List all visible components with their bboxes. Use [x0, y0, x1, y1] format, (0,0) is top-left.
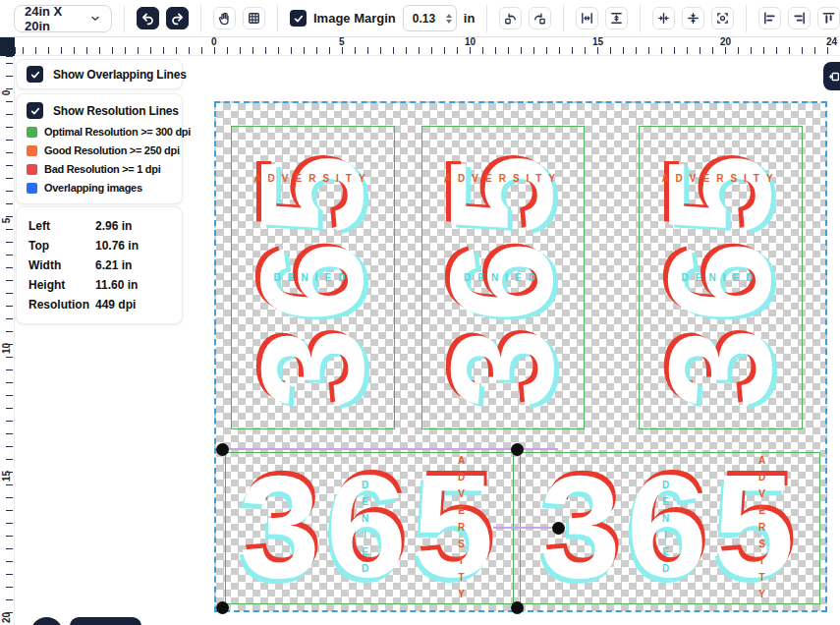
- ruler-label: 5: [339, 36, 345, 47]
- align-right-icon: [792, 11, 807, 26]
- ruler-label: 20: [720, 36, 731, 47]
- horizontal-spacing-icon: [580, 11, 594, 26]
- good-resolution-swatch: [27, 145, 37, 156]
- design-artwork: 365 DENIED ADVERSITY: [523, 453, 817, 605]
- gang-sheet-builder: 24in X 20in Image Margin: [0, 0, 840, 625]
- show-resolution-lines-label: Show Resolution Lines: [53, 104, 179, 118]
- good-resolution-label: Good Resolution >= 250 dpi: [44, 144, 180, 156]
- horizontal-ruler-ticks: [15, 47, 840, 54]
- bad-resolution-label: Bad Resolution >= 1 dpi: [44, 163, 160, 175]
- rotate-cw-icon: [532, 11, 547, 26]
- toolbar-divider: [486, 5, 487, 32]
- image-margin-input[interactable]: [413, 12, 442, 26]
- ruler-label: 10: [465, 36, 476, 47]
- design-image[interactable]: 365 DENIED ADVERSITY: [520, 452, 820, 604]
- collapse-panel-button[interactable]: [823, 62, 840, 90]
- sheet-size-dropdown[interactable]: 24in X 20in: [14, 5, 112, 32]
- ruler-label: 10: [1, 342, 12, 356]
- info-width-value: 6.21 in: [95, 258, 132, 272]
- info-top-label: Top: [28, 239, 95, 253]
- rotate-cw-button[interactable]: [529, 7, 551, 29]
- overlap-line: [222, 448, 558, 450]
- align-right-button[interactable]: [788, 7, 811, 29]
- gang-sheet[interactable]: 365 ADVERSITY DENIED 365 ADVERSITY DENIE…: [214, 101, 827, 612]
- space-horizontally-button[interactable]: [576, 7, 598, 29]
- selection-handle-top-left[interactable]: [216, 443, 229, 456]
- design-word-denied: DENIED: [640, 272, 802, 283]
- ruler-label: 15: [1, 470, 12, 483]
- design-word-adversity: ADVERSITY: [232, 173, 394, 184]
- unit-label: in: [464, 11, 476, 26]
- info-left-label: Left: [28, 219, 95, 233]
- bad-resolution-swatch: [27, 164, 37, 175]
- toolbar-divider: [200, 5, 201, 32]
- image-margin-input-wrap: [403, 5, 457, 31]
- overlapping-lines-card: Show Overlapping Lines: [16, 59, 183, 89]
- design-word-adversity: ADVERSITY: [640, 173, 802, 184]
- toolbar-divider: [746, 5, 747, 32]
- chevron-down-icon: [89, 13, 101, 25]
- resolution-lines-card: Show Resolution Lines Optimal Resolution…: [16, 93, 183, 204]
- image-margin-label: Image Margin: [313, 11, 396, 26]
- align-left-button[interactable]: [758, 7, 781, 29]
- redo-button[interactable]: [166, 7, 189, 29]
- design-artwork: 365 DENIED ADVERSITY: [222, 453, 517, 605]
- ruler-label: 0: [1, 86, 12, 100]
- ruler-label: 5: [1, 214, 12, 228]
- pan-tool-button[interactable]: [213, 7, 236, 29]
- selection-info-card: Left 2.96 in Top 10.76 in Width 6.21 in …: [16, 206, 183, 324]
- selection-handle-mid[interactable]: [552, 522, 565, 535]
- panel-collapse-icon: [827, 70, 840, 84]
- vertical-spacing-icon: [609, 11, 624, 26]
- center-vertical-button[interactable]: [682, 7, 704, 29]
- check-icon: [293, 13, 305, 25]
- check-icon: [29, 69, 41, 81]
- ruler-label: 20: [1, 611, 12, 625]
- optimal-resolution-swatch: [27, 127, 37, 138]
- design-image[interactable]: 365 ADVERSITY DENIED: [421, 126, 585, 429]
- show-overlapping-lines-checkbox[interactable]: [27, 66, 43, 83]
- toolbar-divider: [563, 5, 564, 32]
- image-margin-checkbox[interactable]: [290, 10, 307, 27]
- design-word-denied: DENIED: [660, 478, 671, 581]
- focus-center-icon: [715, 11, 730, 26]
- rotate-ccw-button[interactable]: [499, 7, 522, 29]
- info-top-value: 10.76 in: [95, 239, 139, 253]
- align-top-button[interactable]: [817, 7, 840, 29]
- grid-toggle-button[interactable]: [243, 7, 265, 29]
- center-horizontal-button[interactable]: [652, 7, 675, 29]
- design-word-denied: DENIED: [360, 478, 370, 581]
- stepper-down-icon[interactable]: [446, 20, 452, 24]
- selection-handle-top-right[interactable]: [511, 443, 524, 456]
- design-image-selected[interactable]: 365 DENIED ADVERSITY: [225, 452, 514, 604]
- info-resolution-value: 449 dpi: [95, 298, 136, 312]
- center-on-sheet-button[interactable]: [711, 7, 734, 29]
- align-left-icon: [762, 11, 777, 26]
- stepper[interactable]: [446, 14, 452, 24]
- design-image[interactable]: 365 ADVERSITY DENIED: [639, 126, 803, 429]
- redo-icon: [170, 11, 185, 26]
- info-left-value: 2.96 in: [95, 219, 132, 233]
- toolbar-divider: [124, 5, 125, 32]
- design-word-adversity: ADVERSITY: [456, 455, 467, 603]
- info-height-value: 11.60 in: [95, 278, 138, 292]
- selection-handle-bottom-left[interactable]: [216, 601, 229, 614]
- horizontal-ruler: 0 5 10 15 20 24: [15, 35, 840, 56]
- design-word-denied: DENIED: [422, 272, 584, 283]
- info-height-label: Height: [28, 278, 95, 292]
- center-vertical-icon: [686, 11, 700, 26]
- action-button[interactable]: [70, 617, 141, 625]
- toolbar-divider: [640, 5, 641, 32]
- selection-handle-bottom-right[interactable]: [511, 601, 524, 614]
- optimal-resolution-label: Optimal Resolution >= 300 dpi: [44, 126, 191, 138]
- overlapping-images-swatch: [27, 183, 37, 194]
- design-image[interactable]: 365 ADVERSITY DENIED: [231, 126, 395, 429]
- align-top-icon: [821, 11, 836, 26]
- overlapping-images-label: Overlapping images: [44, 182, 142, 194]
- undo-button[interactable]: [137, 7, 159, 29]
- show-overlapping-lines-label: Show Overlapping Lines: [53, 68, 187, 82]
- stepper-up-icon[interactable]: [446, 14, 452, 18]
- ruler-label: 0: [211, 36, 217, 47]
- space-vertically-button[interactable]: [605, 7, 628, 29]
- show-resolution-lines-checkbox[interactable]: [27, 102, 43, 119]
